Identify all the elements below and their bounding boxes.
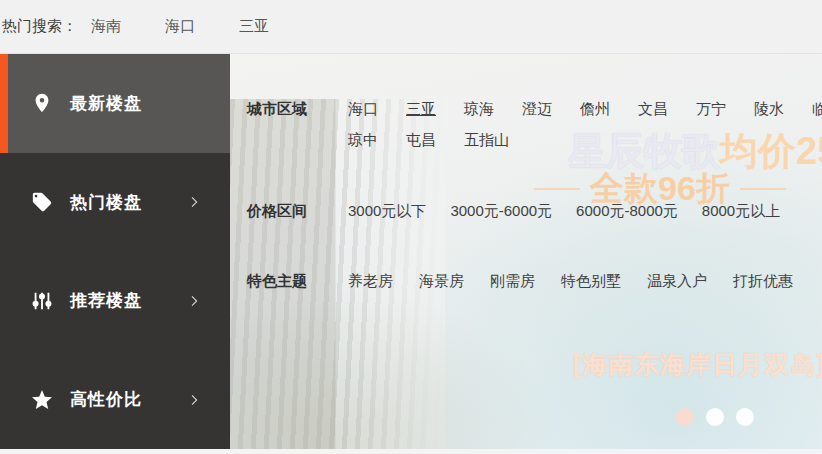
carousel-dot-2[interactable] (706, 408, 724, 426)
city-link-wanning[interactable]: 万宁 (696, 99, 726, 119)
sliders-icon (30, 289, 54, 313)
filter-label-city: 城市区域 (247, 99, 348, 150)
city-link-haikou[interactable]: 海口 (348, 99, 378, 119)
city-link-wuzhishan[interactable]: 五指山 (464, 130, 509, 150)
city-link-danzhou[interactable]: 儋州 (580, 99, 610, 119)
theme-link-firsthome[interactable]: 刚需房 (490, 271, 535, 291)
city-link-qionghai[interactable]: 琼海 (464, 99, 494, 119)
sidebar-item-label: 热门楼盘 (70, 191, 142, 214)
city-link-chengmai[interactable]: 澄迈 (522, 99, 552, 119)
city-link-tunchang[interactable]: 屯昌 (406, 130, 436, 150)
sidebar-item-hot[interactable]: 热门楼盘 (0, 153, 230, 252)
hot-search-bar: 热门搜索： 海南 海口 三亚 (0, 0, 822, 54)
city-links: 海口 三亚 琼海 澄迈 儋州 文昌 万宁 陵水 临高 琼中 屯昌 五指山 (348, 99, 822, 150)
filter-row-price: 价格区间 3000元以下 3000元-6000元 6000元-8000元 800… (247, 201, 780, 221)
theme-link-hotspring[interactable]: 温泉入户 (647, 271, 707, 291)
theme-link-villa[interactable]: 特色别墅 (561, 271, 621, 291)
filter-label-price: 价格区间 (247, 201, 348, 221)
sidebar-item-recommended[interactable]: 推荐楼盘 (0, 252, 230, 351)
city-link-qiongzhong[interactable]: 琼中 (348, 130, 378, 150)
chevron-right-icon (186, 293, 202, 309)
city-link-lingao[interactable]: 临高 (812, 99, 822, 119)
banner-area: 星辰牧歌均价25000元 全款96折 [海南东海岸日月双岛] 城市区域 海口 三… (230, 54, 822, 449)
star-icon (30, 388, 54, 412)
filter-row-city: 城市区域 海口 三亚 琼海 澄迈 儋州 文昌 万宁 陵水 临高 琼中 (247, 99, 822, 150)
sidebar-item-value[interactable]: 高性价比 (0, 350, 230, 449)
hot-search-link-haikou[interactable]: 海口 (165, 17, 195, 36)
hot-search-label: 热门搜索： (2, 17, 77, 36)
page: 热门搜索： 海南 海口 三亚 最新楼盘 热门楼盘 (0, 0, 822, 449)
price-link-6000-8000[interactable]: 6000元-8000元 (576, 201, 678, 221)
theme-link-retirement[interactable]: 养老房 (348, 271, 393, 291)
content: 最新楼盘 热门楼盘 (0, 54, 822, 449)
filter-row-theme: 特色主题 养老房 海景房 刚需房 特色别墅 温泉入户 打折优惠 (247, 271, 793, 291)
pin-icon (30, 91, 54, 115)
banner-photo-sea (392, 149, 822, 449)
carousel-dots (676, 408, 754, 426)
filter-label-theme: 特色主题 (247, 271, 348, 291)
city-link-lingshui[interactable]: 陵水 (754, 99, 784, 119)
tag-icon (30, 190, 54, 214)
theme-link-seaview[interactable]: 海景房 (419, 271, 464, 291)
chevron-right-icon (186, 194, 202, 210)
sidebar: 最新楼盘 热门楼盘 (0, 54, 230, 449)
sidebar-item-label: 推荐楼盘 (70, 289, 142, 312)
city-link-sanya[interactable]: 三亚 (406, 99, 436, 119)
sidebar-item-latest[interactable]: 最新楼盘 (0, 54, 230, 153)
price-link-over-8000[interactable]: 8000元以上 (702, 201, 780, 221)
hot-search-link-hainan[interactable]: 海南 (91, 17, 121, 36)
theme-link-discount[interactable]: 打折优惠 (733, 271, 793, 291)
chevron-right-icon (186, 392, 202, 408)
carousel-dot-1[interactable] (676, 408, 694, 426)
active-accent-bar (0, 54, 8, 153)
hot-search-link-sanya[interactable]: 三亚 (239, 17, 269, 36)
sidebar-item-label: 高性价比 (70, 388, 142, 411)
carousel-dot-3[interactable] (736, 408, 754, 426)
city-link-wenchang[interactable]: 文昌 (638, 99, 668, 119)
price-link-3000-6000[interactable]: 3000元-6000元 (450, 201, 552, 221)
sidebar-item-label: 最新楼盘 (70, 92, 142, 115)
price-link-under-3000[interactable]: 3000元以下 (348, 201, 426, 221)
